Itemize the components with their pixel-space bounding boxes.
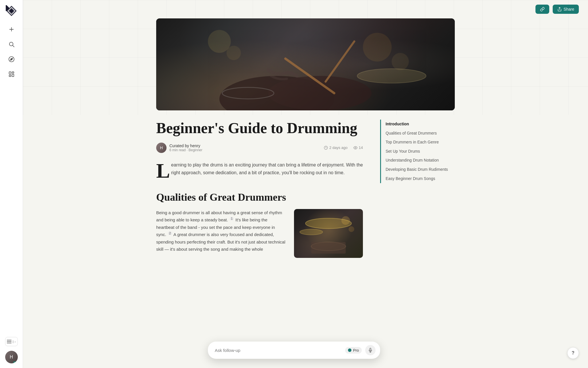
help-label: ? [572, 350, 575, 356]
section1-text: Being a good drummer is all about having… [156, 209, 286, 253]
intro-text: earning to play the drums is an exciting… [171, 162, 363, 175]
svg-rect-9 [12, 74, 13, 76]
timestamp-text: 2 days ago [329, 145, 348, 150]
svg-rect-10 [9, 75, 11, 77]
article-author: H Curated by henry 6 min read · Beginner [156, 143, 202, 153]
svg-point-16 [227, 46, 241, 60]
help-button[interactable]: ? [567, 347, 579, 359]
views-text: 14 [359, 145, 363, 150]
clock-icon [324, 146, 328, 150]
views-stat: 14 [353, 145, 363, 150]
compass-button[interactable] [5, 53, 18, 66]
svg-point-15 [208, 30, 231, 53]
toc-item-notation[interactable]: Understanding Drum Notation [386, 156, 455, 165]
svg-rect-7 [9, 72, 11, 74]
article-title: Beginner's Guide to Drumming [156, 120, 363, 137]
svg-point-17 [363, 33, 392, 62]
article-toc: Introduction Qualities of Great Drummers… [380, 120, 455, 258]
collapse-button[interactable]: |→ [5, 337, 18, 346]
link-button[interactable] [535, 5, 549, 14]
section1-title: Qualities of Great Drummers [156, 191, 363, 203]
author-info: Curated by henry 6 min read · Beginner [169, 143, 202, 152]
toc-item-qualities[interactable]: Qualities of Great Drummers [386, 129, 455, 138]
svg-point-31 [341, 216, 350, 225]
article-meta: H Curated by henry 6 min read · Beginner… [156, 143, 363, 153]
author-name: Curated by henry [169, 143, 202, 148]
hero-container [122, 18, 489, 110]
article-layout: Beginner's Guide to Drumming H Curated b… [122, 120, 489, 258]
svg-point-26 [355, 147, 356, 148]
svg-point-20 [268, 76, 372, 110]
drop-cap: L [156, 162, 170, 180]
toggle-dot [348, 348, 351, 352]
hero-svg [156, 18, 455, 110]
pro-badge: pro [13, 361, 18, 363]
svg-line-4 [13, 45, 14, 47]
toc-container: Introduction Qualities of Great Drummers… [380, 120, 455, 183]
topbar: Share [23, 0, 588, 18]
svg-point-23 [357, 69, 426, 83]
timestamp-stat: 2 days ago [324, 145, 348, 150]
search-button[interactable] [5, 38, 18, 51]
toc-item-songs[interactable]: Easy Beginner Drum Songs [386, 174, 455, 183]
library-button[interactable] [5, 68, 18, 80]
toc-item-top-drummers[interactable]: Top Drummers in Each Genre [386, 138, 455, 147]
toc-item-introduction[interactable]: Introduction [386, 120, 455, 129]
followup-pro-toggle[interactable]: Pro [345, 347, 362, 354]
author-subtitle: 6 min read · Beginner [169, 148, 202, 152]
footnote-2: 2 [168, 231, 172, 235]
hero-image [156, 18, 455, 110]
share-label: Share [564, 7, 574, 12]
sidebar: |→ H pro [0, 0, 23, 368]
main-area: Share [23, 0, 588, 368]
svg-point-32 [349, 226, 354, 232]
content-wrapper: Beginner's Guide to Drumming H Curated b… [23, 18, 588, 275]
user-avatar[interactable]: H pro [5, 351, 18, 363]
followup-input[interactable] [215, 348, 342, 353]
toc-item-setup[interactable]: Set Up Your Drums [386, 147, 455, 156]
article-stats: 2 days ago 14 [324, 145, 363, 150]
svg-marker-6 [10, 58, 13, 60]
author-avatar: H [156, 143, 167, 153]
svg-rect-30 [311, 242, 346, 254]
footnote-1: 1 [230, 217, 234, 221]
followup-bar: Pro [208, 342, 380, 359]
eye-icon [353, 146, 357, 150]
svg-line-22 [326, 41, 354, 82]
article-main: Beginner's Guide to Drumming H Curated b… [156, 120, 363, 258]
svg-point-28 [300, 229, 323, 235]
share-button[interactable]: Share [553, 5, 579, 14]
drum-svg [294, 209, 363, 258]
link-icon [540, 7, 545, 12]
section1-content: Being a good drummer is all about having… [156, 209, 363, 258]
new-button[interactable] [5, 23, 18, 36]
article-intro: L earning to play the drums is an exciti… [156, 161, 363, 180]
toggle-label: Pro [353, 348, 359, 352]
share-icon [557, 7, 562, 12]
mic-icon [368, 348, 373, 352]
toc-item-rudiments[interactable]: Developing Basic Drum Rudiments [386, 165, 455, 174]
followup-mic-button[interactable] [365, 345, 376, 355]
svg-point-18 [392, 53, 409, 70]
section1-image [294, 209, 363, 258]
app-logo[interactable] [5, 5, 18, 17]
svg-rect-8 [12, 72, 13, 73]
